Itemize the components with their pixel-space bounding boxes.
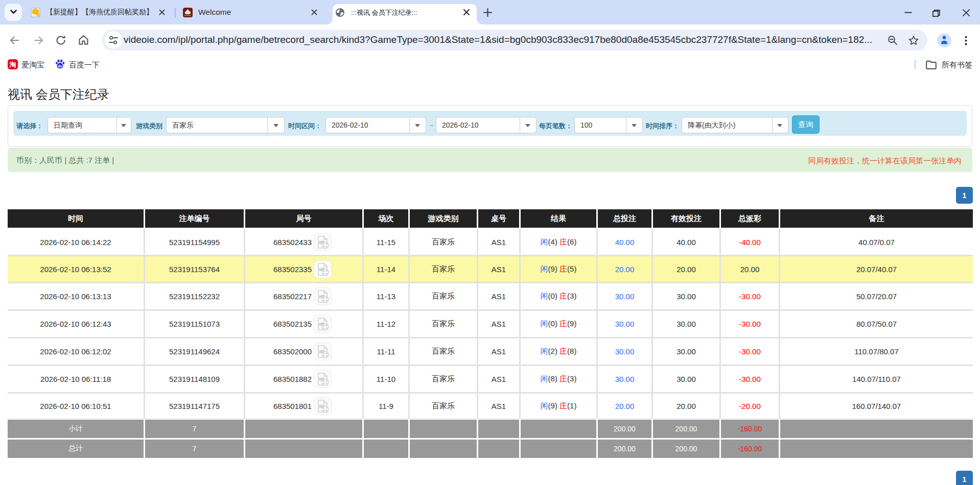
svg-text:du: du [58,64,63,68]
